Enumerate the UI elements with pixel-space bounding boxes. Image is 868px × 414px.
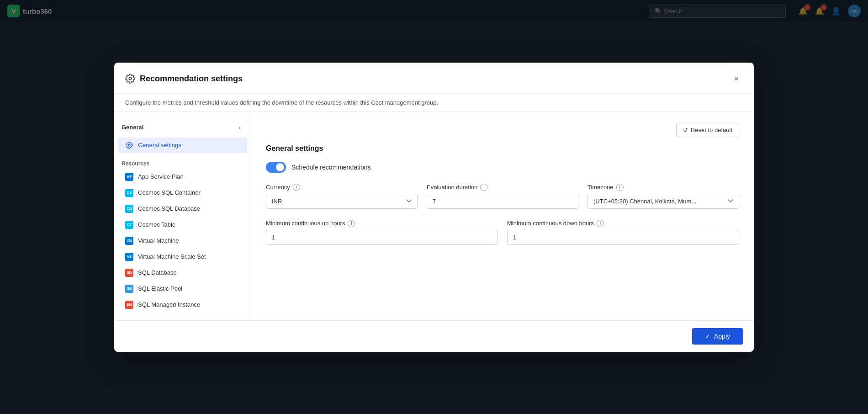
cosmos-sql-database-label: Cosmos SQL Database (138, 205, 200, 212)
resources-section: Resources AP App Service Plan CS Cosmos … (114, 157, 251, 313)
currency-label: Currency i (266, 184, 418, 191)
schedule-recommendations-toggle[interactable] (266, 162, 286, 173)
general-settings-label: General settings (138, 142, 181, 149)
reset-label: Reset to default (691, 127, 732, 133)
resources-title: Resources (114, 157, 251, 169)
cosmos-sql-database-icon: CD (125, 205, 133, 213)
apply-label: Apply (714, 333, 730, 340)
modal-sidebar: General ‹ General settings Resources (114, 112, 251, 320)
close-button[interactable]: × (730, 72, 743, 86)
modal-subtitle: Configure the metrics and threshold valu… (114, 94, 754, 112)
timezone-label: Timezone i (587, 184, 739, 191)
sidebar-item-sql-managed-instance[interactable]: SM SQL Managed Instance (118, 297, 247, 313)
modal-body: General ‹ General settings Resources (114, 112, 754, 320)
app-service-plan-label: App Service Plan (138, 173, 184, 180)
sql-database-label: SQL Database (138, 269, 177, 276)
min-up-hours-info-icon[interactable]: i (348, 220, 355, 227)
schedule-recommendations-row: Schedule recommendations (266, 162, 739, 173)
reset-btn-container: ↺ Reset to default (266, 123, 739, 137)
reset-to-default-button[interactable]: ↺ Reset to default (676, 123, 739, 137)
timezone-info-icon[interactable]: i (616, 184, 624, 191)
currency-select[interactable]: INR USD EUR GBP (266, 194, 418, 209)
recommendation-settings-modal: Recommendation settings × Configure the … (114, 63, 754, 352)
evaluation-duration-input[interactable] (427, 194, 578, 209)
toggle-slider (266, 162, 286, 173)
svg-point-0 (129, 77, 132, 80)
sidebar-item-cosmos-table[interactable]: CT Cosmos Table (118, 217, 247, 233)
timezone-select[interactable]: (UTC+05:30) Chennai, Kolkata, Mum... (UT… (587, 194, 739, 209)
modal-footer: ✓ Apply (114, 320, 754, 352)
apply-button[interactable]: ✓ Apply (692, 328, 743, 345)
min-up-hours-group: Minimum continuous up hours i (266, 220, 498, 245)
virtual-machine-label: Virtual Machine (138, 237, 179, 244)
sql-elastic-pool-icon: SE (125, 285, 133, 293)
min-up-hours-label: Minimum continuous up hours i (266, 220, 498, 227)
app-service-plan-icon: AP (125, 173, 133, 181)
min-down-hours-input[interactable] (507, 230, 739, 245)
cosmos-sql-container-icon: CS (125, 189, 133, 197)
sidebar-item-sql-elastic-pool[interactable]: SE SQL Elastic Pool (118, 281, 247, 297)
top-form-grid: Currency i INR USD EUR GBP Evaluation du… (266, 184, 739, 209)
currency-info-icon[interactable]: i (293, 184, 300, 191)
bottom-form-grid: Minimum continuous up hours i Minimum co… (266, 220, 739, 245)
sidebar-item-app-service-plan[interactable]: AP App Service Plan (118, 169, 247, 185)
modal-title: Recommendation settings (140, 74, 243, 84)
sidebar-item-cosmos-sql-database[interactable]: CD Cosmos SQL Database (118, 201, 247, 217)
apply-check-icon: ✓ (705, 333, 710, 340)
min-down-hours-label: Minimum continuous down hours i (507, 220, 739, 227)
modal-title-row: Recommendation settings (125, 74, 243, 84)
general-section-title: General (122, 124, 143, 131)
sidebar-item-vmss[interactable]: VS Virtual Machine Scale Set (118, 249, 247, 265)
cosmos-table-label: Cosmos Table (138, 221, 175, 228)
sidebar-item-cosmos-sql-container[interactable]: CS Cosmos SQL Container (118, 185, 247, 201)
cosmos-table-icon: CT (125, 221, 133, 229)
sql-database-icon: SD (125, 269, 133, 277)
sidebar-item-virtual-machine[interactable]: VM Virtual Machine (118, 233, 247, 249)
min-down-hours-group: Minimum continuous down hours i (507, 220, 739, 245)
schedule-recommendations-label: Schedule recommendations (291, 164, 371, 171)
modal-header: Recommendation settings × (114, 63, 754, 94)
sidebar-collapse-button[interactable]: ‹ (236, 123, 243, 132)
general-section-header: General ‹ (114, 119, 251, 136)
min-up-hours-input[interactable] (266, 230, 498, 245)
svg-point-1 (128, 144, 130, 146)
general-settings-icon (125, 141, 133, 149)
modal-main-content: ↺ Reset to default General settings Sche… (251, 112, 754, 320)
vmss-label: Virtual Machine Scale Set (138, 253, 206, 260)
evaluation-duration-label: Evaluation duration i (427, 184, 578, 191)
min-down-hours-info-icon[interactable]: i (597, 220, 604, 227)
sql-managed-instance-icon: SM (125, 301, 133, 309)
reset-icon: ↺ (683, 127, 688, 133)
sql-managed-instance-label: SQL Managed Instance (138, 301, 200, 308)
timezone-group: Timezone i (UTC+05:30) Chennai, Kolkata,… (587, 184, 739, 209)
modal-overlay: Recommendation settings × Configure the … (0, 0, 868, 414)
settings-icon (125, 74, 135, 84)
currency-group: Currency i INR USD EUR GBP (266, 184, 418, 209)
evaluation-duration-info-icon[interactable]: i (480, 184, 487, 191)
sql-elastic-pool-label: SQL Elastic Pool (138, 285, 182, 292)
content-title: General settings (266, 144, 739, 153)
cosmos-sql-container-label: Cosmos SQL Container (138, 189, 201, 196)
vmss-icon: VS (125, 253, 133, 261)
evaluation-duration-group: Evaluation duration i (427, 184, 578, 209)
sidebar-item-sql-database[interactable]: SD SQL Database (118, 265, 247, 281)
sidebar-item-general-settings[interactable]: General settings (118, 138, 247, 153)
virtual-machine-icon: VM (125, 237, 133, 245)
